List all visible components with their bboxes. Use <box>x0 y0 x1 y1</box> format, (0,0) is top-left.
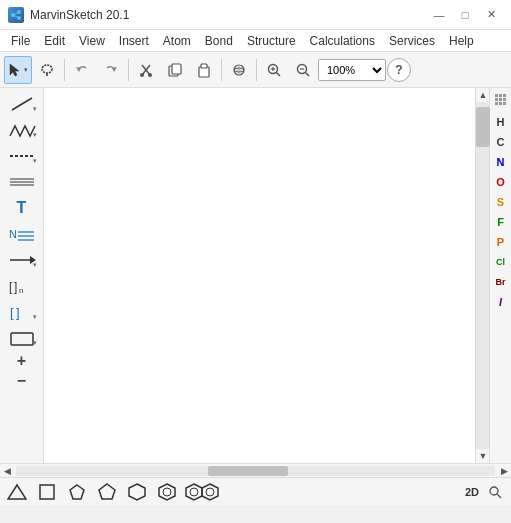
hatch-tool-button[interactable] <box>4 170 40 194</box>
svg-point-59 <box>163 488 171 496</box>
element-C[interactable]: C <box>491 132 511 152</box>
svg-point-63 <box>206 488 214 496</box>
window-title: MarvinSketch 20.1 <box>30 8 129 22</box>
element-S[interactable]: S <box>491 192 511 212</box>
element-F[interactable]: F <box>491 212 511 232</box>
svg-point-6 <box>42 65 52 73</box>
svg-point-12 <box>140 73 144 77</box>
dash-tool-button[interactable]: ▾ <box>4 144 40 168</box>
redo-button[interactable] <box>97 56 125 84</box>
menu-file[interactable]: File <box>4 30 37 51</box>
square-shape-button[interactable] <box>34 481 60 503</box>
scroll-down-button[interactable]: ▼ <box>476 449 490 463</box>
pentagon-button[interactable] <box>94 481 120 503</box>
scroll-track[interactable] <box>476 102 489 449</box>
svg-rect-52 <box>503 102 506 105</box>
sq-bracket-button[interactable]: [ ] ▾ <box>4 300 40 324</box>
line-tool-button[interactable]: ▾ <box>4 92 40 116</box>
element-Cl[interactable]: Cl <box>491 252 511 272</box>
separator-1 <box>64 59 65 81</box>
menu-calculations[interactable]: Calculations <box>303 30 382 51</box>
element-Br[interactable]: Br <box>491 272 511 292</box>
svg-text:N: N <box>9 228 17 240</box>
menu-help[interactable]: Help <box>442 30 481 51</box>
rect-tool-button[interactable]: ▾ <box>4 326 40 350</box>
scroll-up-button[interactable]: ▲ <box>476 88 490 102</box>
benzene-button[interactable] <box>154 481 180 503</box>
title-bar: MarvinSketch 20.1 — □ ✕ <box>0 0 511 30</box>
svg-line-21 <box>277 72 281 76</box>
lasso-button[interactable] <box>33 56 61 84</box>
svg-rect-50 <box>495 102 498 105</box>
scroll-thumb[interactable] <box>476 107 490 147</box>
svg-rect-54 <box>40 485 54 499</box>
minus-button[interactable]: − <box>4 372 40 390</box>
drawing-canvas[interactable] <box>44 88 475 463</box>
zoom-in-button[interactable] <box>260 56 288 84</box>
element-H[interactable]: H <box>491 112 511 132</box>
svg-rect-45 <box>499 94 502 97</box>
element-I[interactable]: I <box>491 292 511 312</box>
menu-services[interactable]: Services <box>382 30 442 51</box>
vertical-scrollbar[interactable]: ▲ ▼ <box>475 88 489 463</box>
zoom-select[interactable]: 50% 75% 100% 125% 150% 200% <box>318 59 386 81</box>
plus-button[interactable]: + <box>4 352 40 370</box>
main-toolbar: ▾ <box>0 52 511 88</box>
menu-edit[interactable]: Edit <box>37 30 72 51</box>
horizontal-scrollbar[interactable]: ◀ ▶ <box>0 463 511 477</box>
svg-line-65 <box>497 494 501 498</box>
svg-text:[: [ <box>10 305 14 320</box>
svg-line-27 <box>12 98 32 110</box>
element-panel-icon[interactable] <box>491 90 511 110</box>
element-O[interactable]: O <box>491 172 511 192</box>
svg-rect-46 <box>503 94 506 97</box>
wave-tool-button[interactable]: ▾ <box>4 118 40 142</box>
scroll-left-button[interactable]: ◀ <box>0 464 14 478</box>
copy-button[interactable] <box>161 56 189 84</box>
bracket-n-button[interactable]: [ ] n <box>4 274 40 298</box>
svg-rect-51 <box>499 102 502 105</box>
window-controls[interactable]: — □ ✕ <box>427 6 503 24</box>
paste-button[interactable] <box>190 56 218 84</box>
scroll-right-button[interactable]: ▶ <box>497 464 511 478</box>
svg-line-25 <box>306 72 310 76</box>
svg-rect-15 <box>172 64 181 74</box>
arrow-tool-button[interactable]: ▾ <box>4 248 40 272</box>
rotate-button[interactable] <box>225 56 253 84</box>
undo-button[interactable] <box>68 56 96 84</box>
h-scroll-track[interactable] <box>16 466 495 476</box>
svg-marker-61 <box>202 484 218 500</box>
bottom-toolbar: 2D <box>0 477 511 505</box>
menu-atom[interactable]: Atom <box>156 30 198 51</box>
cut-button[interactable] <box>132 56 160 84</box>
menu-bar: File Edit View Insert Atom Bond Structur… <box>0 30 511 52</box>
help-button[interactable]: ? <box>387 58 411 82</box>
minimize-button[interactable]: — <box>427 6 451 24</box>
select-arrow-button[interactable]: ▾ <box>4 56 32 84</box>
svg-marker-57 <box>129 484 145 500</box>
menu-structure[interactable]: Structure <box>240 30 303 51</box>
right-side: ▲ ▼ H <box>475 88 511 463</box>
zoom-out-button[interactable] <box>289 56 317 84</box>
zoom-mode-button[interactable] <box>483 481 507 503</box>
naphthalene-button[interactable] <box>184 481 220 503</box>
element-panel: H C N O S F P Cl Br I <box>489 88 511 463</box>
svg-point-64 <box>490 487 498 495</box>
left-toolbar: ▾ ▾ ▾ T N <box>0 88 44 463</box>
hexagon-button[interactable] <box>124 481 150 503</box>
separator-3 <box>221 59 222 81</box>
menu-insert[interactable]: Insert <box>112 30 156 51</box>
menu-view[interactable]: View <box>72 30 112 51</box>
text-tool-button[interactable]: T <box>4 196 40 220</box>
maximize-button[interactable]: □ <box>453 6 477 24</box>
h-scroll-thumb[interactable] <box>208 466 288 476</box>
svg-point-13 <box>148 73 152 77</box>
close-button[interactable]: ✕ <box>479 6 503 24</box>
svg-text:]: ] <box>14 280 17 294</box>
element-N[interactable]: N <box>491 152 511 172</box>
numbered-list-button[interactable]: N <box>4 222 40 246</box>
menu-bond[interactable]: Bond <box>198 30 240 51</box>
triangle-shape-button[interactable] <box>4 481 30 503</box>
pentagon-flat-button[interactable] <box>64 481 90 503</box>
element-P[interactable]: P <box>491 232 511 252</box>
